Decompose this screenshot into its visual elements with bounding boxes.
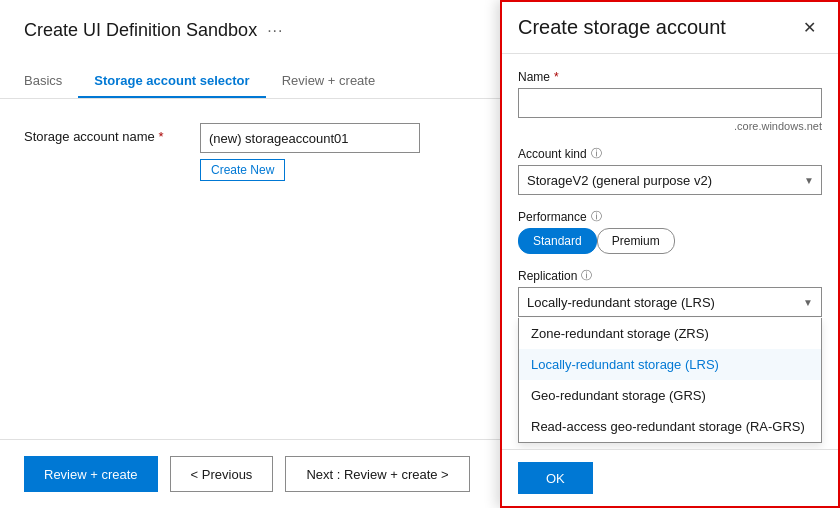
modal-header: Create storage account ✕ bbox=[502, 2, 838, 54]
account-kind-select[interactable]: StorageV2 (general purpose v2) StorageV1… bbox=[518, 165, 822, 195]
left-panel: Create UI Definition Sandbox ··· Basics … bbox=[0, 0, 510, 508]
account-kind-group: Account kind ⓘ StorageV2 (general purpos… bbox=[518, 146, 822, 195]
replication-option-ragrs[interactable]: Read-access geo-redundant storage (RA-GR… bbox=[519, 411, 821, 442]
account-kind-select-wrap: StorageV2 (general purpose v2) StorageV1… bbox=[518, 165, 822, 195]
more-options-icon[interactable]: ··· bbox=[267, 22, 283, 40]
modal-title: Create storage account bbox=[518, 16, 726, 39]
form-area: Storage account name * Create New bbox=[0, 99, 510, 439]
replication-select[interactable]: Locally-redundant storage (LRS) ▼ bbox=[518, 287, 822, 317]
storage-name-input-group: Create New bbox=[200, 123, 420, 181]
replication-option-zrs[interactable]: Zone-redundant storage (ZRS) bbox=[519, 318, 821, 349]
next-button[interactable]: Next : Review + create > bbox=[285, 456, 469, 492]
create-new-button[interactable]: Create New bbox=[200, 159, 285, 181]
name-input[interactable] bbox=[518, 88, 822, 118]
replication-option-lrs[interactable]: Locally-redundant storage (LRS) bbox=[519, 349, 821, 380]
storage-name-label: Storage account name * bbox=[24, 123, 184, 144]
replication-info-icon[interactable]: ⓘ bbox=[581, 268, 592, 283]
performance-premium-button[interactable]: Premium bbox=[597, 228, 675, 254]
name-field-group: Name * .core.windows.net bbox=[518, 70, 822, 132]
storage-name-input[interactable] bbox=[200, 123, 420, 153]
name-input-wrap bbox=[518, 88, 822, 118]
modal-footer: OK bbox=[502, 449, 838, 506]
ok-button[interactable]: OK bbox=[518, 462, 593, 494]
name-suffix: .core.windows.net bbox=[518, 120, 822, 132]
replication-select-wrap: Locally-redundant storage (LRS) ▼ Zone-r… bbox=[518, 287, 822, 317]
tab-storage[interactable]: Storage account selector bbox=[78, 65, 265, 98]
storage-name-row: Storage account name * Create New bbox=[24, 123, 486, 181]
replication-option-grs[interactable]: Geo-redundant storage (GRS) bbox=[519, 380, 821, 411]
replication-dropdown-list: Zone-redundant storage (ZRS) Locally-red… bbox=[518, 318, 822, 443]
performance-info-icon[interactable]: ⓘ bbox=[591, 209, 602, 224]
app-title: Create UI Definition Sandbox bbox=[24, 20, 257, 41]
previous-button[interactable]: < Previous bbox=[170, 456, 274, 492]
create-storage-modal: Create storage account ✕ Name * .core.wi… bbox=[500, 0, 840, 508]
tab-review[interactable]: Review + create bbox=[266, 65, 392, 98]
replication-label: Replication ⓘ bbox=[518, 268, 822, 283]
performance-toggle-group: Standard Premium bbox=[518, 228, 822, 254]
account-kind-label: Account kind ⓘ bbox=[518, 146, 822, 161]
performance-standard-button[interactable]: Standard bbox=[518, 228, 597, 254]
modal-close-button[interactable]: ✕ bbox=[797, 18, 822, 38]
app-header: Create UI Definition Sandbox ··· bbox=[0, 0, 510, 41]
tab-basics[interactable]: Basics bbox=[24, 65, 78, 98]
modal-body: Name * .core.windows.net Account kind ⓘ … bbox=[502, 54, 838, 449]
performance-group: Performance ⓘ Standard Premium bbox=[518, 209, 822, 254]
replication-group: Replication ⓘ Locally-redundant storage … bbox=[518, 268, 822, 317]
replication-chevron-icon: ▼ bbox=[803, 297, 813, 308]
review-create-button[interactable]: Review + create bbox=[24, 456, 158, 492]
wizard-footer: Review + create < Previous Next : Review… bbox=[0, 439, 510, 508]
tab-bar: Basics Storage account selector Review +… bbox=[0, 49, 510, 99]
account-kind-info-icon[interactable]: ⓘ bbox=[591, 146, 602, 161]
name-field-label: Name * bbox=[518, 70, 822, 84]
performance-label: Performance ⓘ bbox=[518, 209, 822, 224]
